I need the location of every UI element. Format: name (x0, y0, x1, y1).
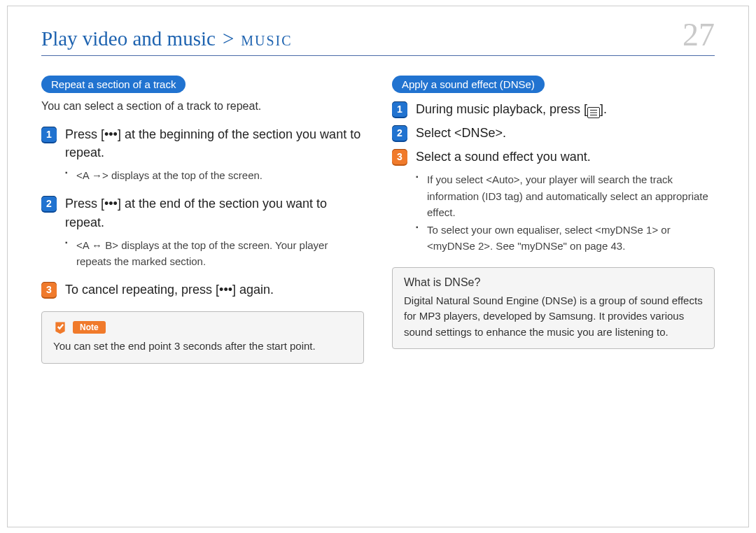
page-header: Play video and music > MUSIC 27 (41, 19, 715, 56)
intro-text: You can select a section of a track to r… (41, 100, 364, 113)
step-2: 2 Press [•••] at the end of the section … (41, 194, 364, 231)
breadcrumb: Play video and music > MUSIC (41, 27, 293, 50)
step-3-text: To cancel repeating, press [•••] again. (65, 280, 274, 299)
r-step-badge-3: 3 (392, 149, 407, 164)
info-title: What is DNSe? (404, 276, 703, 289)
r-step-2-text: Select <DNSe>. (416, 124, 506, 142)
step-2-text: Press [•••] at the end of the section yo… (65, 194, 364, 231)
step-badge-3: 3 (41, 282, 57, 297)
step-2-bullets: <A ↔ B> displays at the top of the scree… (65, 237, 364, 270)
note-check-icon (53, 320, 67, 334)
step-3: 3 To cancel repeating, press [•••] again… (41, 280, 364, 299)
r-step-1: 1 During music playback, press []. (392, 100, 715, 118)
info-text: Digital Natural Sound Engine (DNSe) is a… (404, 293, 703, 341)
r-step-1-text: During music playback, press []. (416, 100, 607, 118)
r-step-3-bullet-2: To select your own equaliser, select <my… (416, 222, 715, 255)
breadcrumb-separator: > (218, 27, 238, 50)
r-step-badge-1: 1 (392, 101, 407, 117)
note-box: Note You can set the end point 3 seconds… (41, 311, 364, 364)
step-badge-1: 1 (41, 127, 57, 142)
page-root: Play video and music > MUSIC 27 Repeat a… (0, 0, 756, 533)
step-1-text: Press [•••] at the beginning of the sect… (65, 125, 364, 162)
r-step-3-bullet-1: If you select <Auto>, your player will s… (416, 171, 715, 220)
step-1-bullet-1: <A →> displays at the top of the screen. (65, 167, 364, 183)
r-step-3: 3 Select a sound effect you want. (392, 148, 715, 166)
note-header: Note (53, 320, 352, 334)
note-text: You can set the end point 3 seconds afte… (53, 339, 352, 355)
info-box: What is DNSe? Digital Natural Sound Engi… (392, 267, 715, 350)
step-2-bullet-1: <A ↔ B> displays at the top of the scree… (65, 237, 364, 270)
section-heading-dnse: Apply a sound effect (DNSe) (392, 76, 545, 93)
breadcrumb-subsection: MUSIC (241, 33, 292, 48)
left-column: Repeat a section of a track You can sele… (41, 76, 364, 364)
section-heading-repeat: Repeat a section of a track (41, 76, 186, 93)
breadcrumb-section: Play video and music (41, 27, 216, 50)
r-step-1-pre: During music playback, press [ (416, 102, 587, 116)
menu-icon (587, 107, 600, 118)
step-badge-2: 2 (41, 196, 57, 211)
page-number: 27 (682, 19, 715, 51)
r-step-3-bullets: If you select <Auto>, your player will s… (416, 171, 715, 254)
r-step-badge-2: 2 (392, 125, 407, 141)
r-step-1-post: ]. (600, 102, 607, 116)
note-label: Note (73, 321, 106, 334)
step-1-bullets: <A →> displays at the top of the screen. (65, 167, 364, 183)
r-step-2: 2 Select <DNSe>. (392, 124, 715, 142)
r-step-3-text: Select a sound effect you want. (416, 148, 591, 166)
right-column: Apply a sound effect (DNSe) 1 During mus… (392, 76, 715, 364)
content-columns: Repeat a section of a track You can sele… (41, 76, 715, 364)
step-1: 1 Press [•••] at the beginning of the se… (41, 125, 364, 162)
page-sheet: Play video and music > MUSIC 27 Repeat a… (7, 6, 749, 527)
